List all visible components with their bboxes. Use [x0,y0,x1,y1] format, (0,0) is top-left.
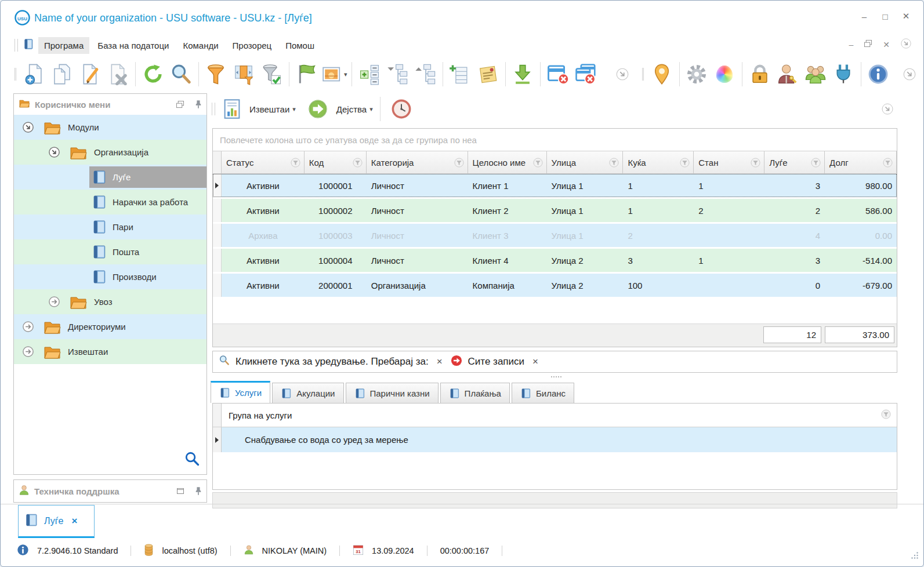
tab-Плаќања[interactable]: Плаќања [440,383,510,403]
sidebar-item-Увоз[interactable]: Увоз [14,289,206,314]
clear-filter-button[interactable]: × [530,356,541,368]
column-header-Куќа[interactable]: Куќа [623,151,694,173]
grid-row[interactable]: Активни1000004ЛичностКлиент 4Улица 2313-… [213,249,897,272]
mdi-restore-button[interactable] [864,39,872,49]
expand-tree-icon[interactable] [411,60,439,89]
user-permissions-icon[interactable] [774,60,802,89]
column-header-Целосно име[interactable]: Целосно име [468,151,547,173]
column-header-Стан[interactable]: Стан [694,151,764,173]
sidebar-item-Модули[interactable]: Модули [14,115,206,140]
column-filter-icon[interactable] [811,157,821,168]
column-filter-icon[interactable] [881,409,891,421]
sidebar-item-Организација[interactable]: Организација [14,140,206,165]
grid-row[interactable]: Активни2000001ОрганизацијаКомпанијаУлица… [213,274,897,297]
grid-row[interactable]: Архива1000003ЛичностКлиент 3Улица 1240.0… [213,224,897,247]
image-icon[interactable]: ▾ [320,60,348,89]
lock-icon[interactable] [746,60,774,89]
toolbar-grip[interactable] [15,39,18,52]
colors-palette-icon[interactable] [711,60,738,89]
plugins-icon[interactable] [829,60,857,89]
column-header-Долг[interactable]: Долг [825,151,897,173]
maximize-button[interactable]: □ [880,12,890,21]
close-all-windows-icon[interactable] [572,60,600,89]
filter-apply-icon[interactable] [258,60,285,89]
close-button[interactable]: ✕ [901,11,911,21]
column-filter-icon[interactable] [533,157,543,168]
column-header-Луѓе[interactable]: Луѓе [764,151,825,173]
collapse-icon[interactable] [48,296,60,308]
reports-caret[interactable]: ▾ [292,106,296,113]
column-filter-icon[interactable] [751,157,760,168]
actions-icon[interactable] [304,94,332,123]
column-header-Категорија[interactable]: Категорија [367,151,468,173]
grid-row[interactable]: Активни1000002ЛичностКлиент 2Улица 11225… [213,199,897,222]
filter-by-column-icon[interactable] [230,60,258,89]
column-header-Статус[interactable]: Статус [222,151,305,173]
pin-panel-icon[interactable] [195,100,202,109]
info-icon[interactable] [864,60,892,89]
users-group-icon[interactable] [802,60,829,89]
minimize-button[interactable]: – [860,12,869,21]
filter-edit-hint[interactable]: Кликнете тука за уредување. Пребарај за: [235,356,429,368]
edit-record-icon[interactable] [76,60,104,89]
support-header[interactable]: Техничка поддршка [14,480,206,502]
column-filter-icon[interactable] [883,157,893,168]
mdi-close-button[interactable]: ✕ [883,40,890,49]
toolbar-more-icon[interactable] [608,60,636,89]
tab-Услуги[interactable]: Услуги [211,381,270,403]
collapse-tree-icon[interactable] [383,60,411,89]
column-header-Улица[interactable]: Улица [547,151,624,173]
menu-item-Помош[interactable]: Помош [280,37,320,54]
refresh-icon[interactable] [139,60,167,89]
toolbar-grip[interactable] [15,68,16,81]
reports-button[interactable]: Извештаи [249,104,289,114]
expand-icon[interactable] [22,121,34,133]
support-restore-icon[interactable] [176,488,184,495]
export-icon[interactable] [509,60,537,89]
document-tab-close[interactable]: × [71,515,77,527]
toolbar-grip[interactable] [212,103,215,115]
column-filter-icon[interactable] [609,157,619,168]
sidebar-item-Извештаи[interactable]: Извештаи [14,339,206,364]
sidebar-item-Директориуми[interactable]: Директориуми [14,314,206,339]
sidebar-item-Производи[interactable]: Производи [14,264,206,289]
resize-grip[interactable] [911,551,919,562]
close-window-icon[interactable] [544,60,572,89]
column-filter-icon[interactable] [291,157,300,168]
actions-button[interactable]: Дејства [336,104,367,114]
add-record-icon[interactable] [20,60,48,89]
sidebar-search-icon[interactable] [184,451,200,468]
document-tab-people[interactable]: Луѓе × [18,505,95,538]
toolbar-right-more-icon[interactable] [896,60,923,89]
timer-icon[interactable] [387,94,415,123]
sidebar-item-Пошта[interactable]: Пошта [14,239,206,264]
mdi-minimize-button[interactable]: – [849,40,853,49]
collapse-icon[interactable] [22,321,34,333]
all-records-label[interactable]: Сите записи [468,356,525,368]
search-icon[interactable] [167,60,195,89]
copy-record-icon[interactable] [48,60,76,89]
sidebar-item-Луѓе[interactable]: Луѓе [14,165,206,190]
actions-caret[interactable]: ▾ [369,106,373,113]
delete-record-icon[interactable] [104,60,132,89]
column-filter-icon[interactable] [454,157,464,168]
menu-item-Програма[interactable]: Програма [38,37,89,54]
filter-icon[interactable] [202,60,230,89]
search-filter-bar[interactable]: Кликнете тука за уредување. Пребарај за:… [212,351,897,373]
location-pin-icon[interactable] [648,60,676,89]
settings-gear-icon[interactable] [683,60,711,89]
document-tab-label[interactable]: Луѓе [44,516,63,526]
expand-groups-icon[interactable] [356,60,383,89]
tab-Акулации[interactable]: Акулации [272,383,343,403]
menu-item-Команди[interactable]: Команди [177,37,224,54]
column-header-Код[interactable]: Код [305,151,367,173]
clear-search-button[interactable]: × [434,356,445,368]
flag-icon[interactable] [292,60,320,89]
menu-item-База на податоци[interactable]: База на податоци [92,37,175,54]
tab-Парични казни[interactable]: Парични казни [346,383,439,403]
column-filter-icon[interactable] [353,157,363,168]
expand-icon[interactable] [48,146,60,158]
splitter-handle[interactable] [549,375,564,379]
support-pin-icon[interactable] [195,486,202,496]
collapse-icon[interactable] [22,346,34,358]
